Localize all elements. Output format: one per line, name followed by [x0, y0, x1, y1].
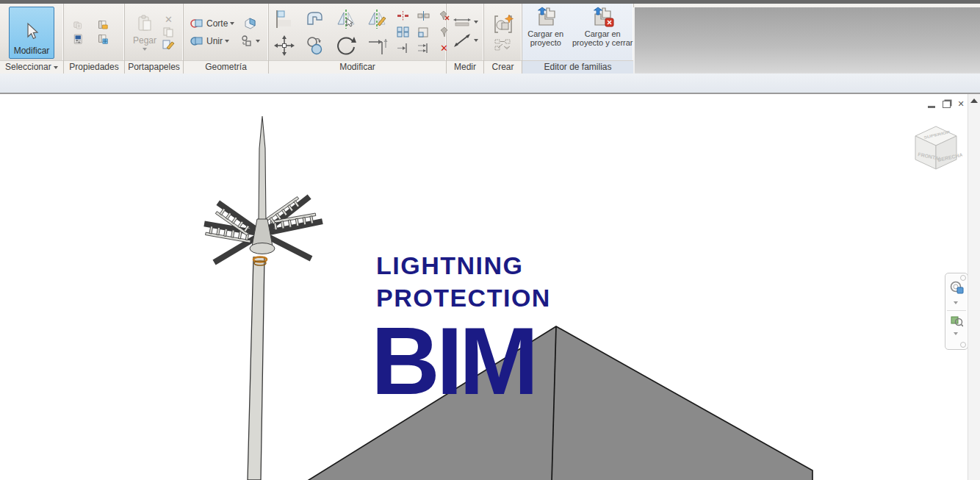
lightning-rod-3d-model[interactable]: [198, 110, 331, 480]
scale-icon[interactable]: [417, 26, 430, 37]
revit-family-editor-window: Modificar Seleccionar: [0, 0, 980, 480]
split-gap-icon[interactable]: [397, 10, 409, 21]
mirror-draw-axis-icon[interactable]: [366, 8, 388, 30]
mirror-pick-axis-icon[interactable]: [335, 8, 357, 30]
properties-palette-icon[interactable]: [72, 34, 84, 45]
steering-wheel-icon[interactable]: [950, 281, 964, 294]
paste-label: Pegar: [133, 35, 156, 46]
drawing-area[interactable]: LIGHTNING PROTECTION BIM ✕ SUPERIOR FRON…: [0, 94, 980, 480]
chevron-down-icon: [54, 66, 58, 69]
panel-modificar: ✕ Modificar: [269, 4, 447, 74]
navigation-bar[interactable]: [945, 273, 968, 350]
panel-label-crear: Crear: [484, 60, 522, 74]
connectors-icon[interactable]: [240, 35, 253, 47]
trim-extend-single-icon[interactable]: [397, 43, 409, 54]
paint-icon[interactable]: [242, 17, 257, 30]
chevron-down-icon[interactable]: [225, 40, 229, 43]
panel-crear: Crear: [484, 4, 522, 74]
ribbon-empty-area: [633, 7, 980, 77]
scrollbar[interactable]: [968, 94, 980, 480]
panel-editor-familias: Cargar en proyecto Cargar en proyecto y …: [522, 4, 634, 74]
measure-between-refs-button[interactable]: [453, 32, 478, 49]
offset-icon[interactable]: [304, 8, 326, 30]
family-types-icon[interactable]: [97, 34, 109, 45]
panel-label-portapapeles: Portapapeles: [125, 60, 183, 74]
chevron-down-icon[interactable]: [474, 21, 478, 24]
load-into-project-label: Cargar en proyecto: [522, 29, 569, 47]
cut-geometry-button[interactable]: Corte: [206, 18, 228, 29]
cut-icon[interactable]: ✕: [162, 14, 175, 25]
load-into-project-button[interactable]: Cargar en proyecto: [522, 4, 569, 47]
trim-extend-multiple-icon[interactable]: [417, 43, 430, 54]
panel-seleccionar: Modificar Seleccionar: [0, 4, 64, 74]
navbar-divider: [947, 310, 966, 311]
navbar-gear-icon[interactable]: [960, 275, 966, 281]
cut-geometry-icon: [190, 18, 204, 29]
overlay-title: LIGHTNING PROTECTION BIM: [376, 249, 551, 398]
move-icon[interactable]: [273, 35, 295, 57]
split-element-icon[interactable]: [417, 10, 430, 21]
ribbon: Modificar Seleccionar: [0, 4, 980, 74]
panel-label-propiedades: Propiedades: [64, 60, 124, 74]
panel-label-modificar: Modificar: [269, 60, 446, 74]
minimize-icon[interactable]: [928, 104, 935, 108]
panel-label-seleccionar[interactable]: Seleccionar: [0, 60, 63, 74]
cursor-arrow-icon: [24, 22, 40, 41]
chevron-down-icon: [143, 48, 147, 51]
panel-label-editor-familias: Editor de familias: [522, 60, 633, 74]
restore-icon[interactable]: [943, 101, 951, 108]
panel-geometria: Corte Unir: [184, 4, 269, 74]
title-line-3: BIM: [371, 324, 551, 398]
measure-linear-button[interactable]: [453, 16, 478, 28]
rotate-icon[interactable]: [335, 35, 357, 57]
measure-linear-icon: [453, 16, 472, 28]
join-geometry-button[interactable]: Unir: [206, 36, 223, 46]
family-category-icon[interactable]: [97, 20, 109, 31]
chevron-down-icon[interactable]: [230, 22, 234, 25]
view-window-controls: ✕: [927, 100, 965, 108]
paste-button[interactable]: Pegar: [133, 14, 156, 51]
type-properties-icon[interactable]: [72, 20, 84, 31]
panel-label-geometria: Geometría: [184, 60, 268, 74]
load-into-project-close-icon: [591, 7, 614, 27]
modify-button[interactable]: Modificar: [9, 7, 54, 59]
chevron-down-icon[interactable]: [954, 332, 958, 335]
load-into-project-close-button[interactable]: Cargar en proyecto y cerrar: [572, 4, 633, 47]
measure-diagonal-icon: [453, 32, 472, 49]
load-into-project-close-label: Cargar en proyecto y cerrar: [572, 29, 633, 47]
scroll-up-arrow-icon[interactable]: [970, 98, 978, 103]
paste-icon: [136, 14, 154, 33]
array-icon[interactable]: [397, 26, 409, 37]
create-similar-icon[interactable]: [494, 38, 513, 51]
title-line-1: LIGHTNING: [376, 249, 551, 282]
join-geometry-icon: [190, 35, 204, 47]
load-into-project-icon: [535, 7, 557, 27]
zoom-icon[interactable]: [951, 315, 963, 327]
trim-corner-icon[interactable]: [366, 35, 388, 57]
chevron-down-icon[interactable]: [256, 40, 260, 43]
panel-label-medir: Medir: [447, 60, 483, 74]
chevron-down-icon[interactable]: [954, 301, 958, 304]
match-type-icon[interactable]: [162, 39, 175, 50]
copy-icon-large[interactable]: [304, 35, 326, 57]
viewcube[interactable]: SUPERIOR FRONTAL DERECHA: [908, 119, 962, 175]
panel-medir: Medir: [447, 4, 484, 74]
modify-button-label: Modificar: [14, 46, 50, 56]
align-icon[interactable]: [273, 8, 295, 30]
create-group-icon[interactable]: [492, 13, 514, 35]
chevron-down-icon[interactable]: [474, 39, 478, 42]
navbar-gear-icon[interactable]: [960, 342, 966, 348]
copy-icon[interactable]: [162, 26, 175, 37]
panel-portapapeles: Pegar ✕ Portapapeles: [125, 4, 184, 74]
panel-propiedades: Propiedades: [64, 4, 125, 74]
close-icon[interactable]: ✕: [956, 100, 965, 108]
options-bar: [0, 74, 980, 94]
